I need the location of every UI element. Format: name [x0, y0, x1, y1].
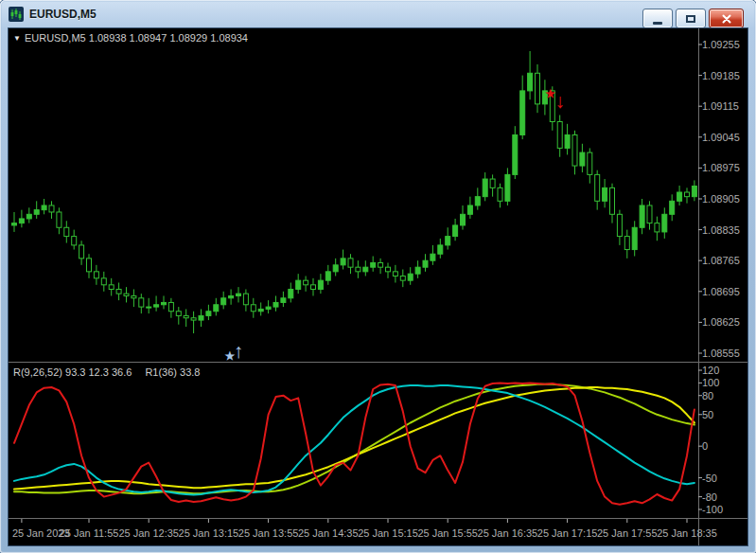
- window-title: EURUSD,M5: [29, 8, 97, 21]
- svg-text:25 Jan 17:15: 25 Jan 17:15: [537, 527, 598, 539]
- svg-text:1.08555: 1.08555: [702, 348, 740, 359]
- app-icon: [9, 7, 24, 22]
- close-icon: [722, 14, 731, 24]
- svg-text:↓: ↓: [554, 90, 565, 112]
- window-controls: [640, 9, 744, 28]
- svg-text:100: 100: [702, 377, 719, 388]
- svg-text:25 Jan 14:35: 25 Jan 14:35: [298, 527, 359, 539]
- svg-text:25 Jan 18:35: 25 Jan 18:35: [657, 527, 717, 539]
- svg-text:25 Jan 17:55: 25 Jan 17:55: [597, 527, 658, 539]
- mt4-chart-window: EURUSD,M5 1.092551.091851.091151.090451.…: [0, 0, 756, 553]
- svg-text:25 Jan 15:15: 25 Jan 15:15: [358, 527, 418, 539]
- svg-text:25 Jan 16:35: 25 Jan 16:35: [478, 527, 538, 539]
- svg-text:80: 80: [702, 390, 713, 401]
- svg-text:-50: -50: [702, 473, 717, 484]
- svg-text:-80: -80: [702, 491, 717, 503]
- window-titlebar[interactable]: EURUSD,M5: [0, 0, 756, 27]
- svg-text:1.08975: 1.08975: [702, 162, 740, 173]
- svg-text:1.09115: 1.09115: [702, 100, 739, 112]
- svg-text:25 Jan 12:35: 25 Jan 12:35: [118, 527, 179, 539]
- svg-text:50: 50: [702, 409, 713, 420]
- svg-text:★: ★: [545, 87, 555, 100]
- svg-text:-100: -100: [702, 504, 723, 515]
- svg-text:25 Jan 11:55: 25 Jan 11:55: [60, 527, 119, 539]
- svg-text:1.08625: 1.08625: [702, 316, 740, 328]
- svg-text:1.09185: 1.09185: [702, 70, 740, 81]
- svg-text:1.09045: 1.09045: [702, 132, 740, 143]
- minimize-button[interactable]: [642, 9, 673, 28]
- svg-text:1.08765: 1.08765: [702, 255, 740, 266]
- close-button[interactable]: [709, 9, 744, 28]
- svg-text:1.08905: 1.08905: [702, 193, 740, 205]
- svg-text:1.08835: 1.08835: [702, 224, 740, 236]
- minimize-icon: [653, 22, 662, 25]
- svg-text:25 Jan 13:15: 25 Jan 13:15: [179, 527, 239, 539]
- svg-text:120: 120: [702, 365, 719, 376]
- maximize-icon: [686, 15, 695, 23]
- chart-area[interactable]: 1.092551.091851.091151.090451.089751.089…: [8, 27, 748, 546]
- svg-text:1.08695: 1.08695: [702, 286, 740, 297]
- svg-text:0: 0: [702, 440, 708, 452]
- svg-text:25 Jan 15:55: 25 Jan 15:55: [417, 527, 478, 539]
- maximize-button[interactable]: [676, 9, 706, 28]
- svg-text:25 Jan 13:55: 25 Jan 13:55: [238, 527, 299, 539]
- chart-canvas[interactable]: 1.092551.091851.091151.090451.089751.089…: [9, 28, 747, 545]
- svg-text:★: ★: [225, 349, 236, 363]
- svg-text:1.09255: 1.09255: [702, 39, 740, 50]
